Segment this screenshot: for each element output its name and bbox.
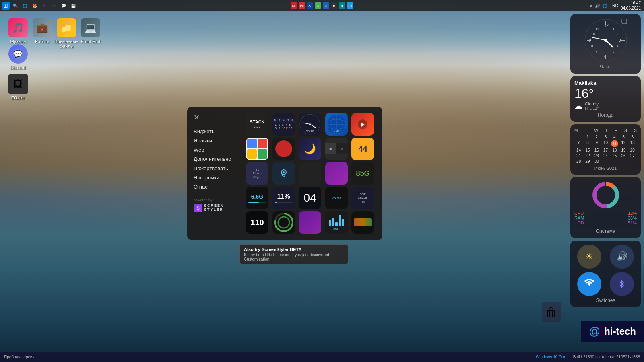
yahoo-icon[interactable]: Y xyxy=(40,2,48,10)
widget-purple2[interactable] xyxy=(299,211,321,234)
storage-bar xyxy=(248,202,259,203)
widget-num85[interactable]: 85G xyxy=(351,162,374,185)
svg-text:▶: ▶ xyxy=(361,121,365,128)
widget-digital-time[interactable]: 23:53 xyxy=(325,187,348,209)
cal-mini-header: MTWTF xyxy=(272,118,295,123)
widget-moon[interactable]: 🌙 xyxy=(299,138,321,160)
widget-steam[interactable] xyxy=(272,162,295,185)
svg-point-21 xyxy=(604,39,607,42)
bottom-left: Пробная версия xyxy=(4,355,35,359)
popup-close-button[interactable]: ✕ xyxy=(194,113,200,122)
num85-value: 85G xyxy=(356,169,369,178)
tray-chevron[interactable]: ∧ xyxy=(590,4,592,8)
browser-icon[interactable]: 🌐 xyxy=(21,2,29,10)
widget-stack[interactable]: STACK • • • xyxy=(246,113,268,136)
weather-temp: 16° xyxy=(574,86,637,101)
menu-item-about[interactable]: О нас xyxy=(194,182,242,191)
discord-taskbar-icon[interactable]: 💬 xyxy=(60,2,68,10)
wifi-btn[interactable] xyxy=(577,272,601,296)
ebateg-icon: 🖼 xyxy=(8,74,28,94)
brightness-btn[interactable]: ☀ xyxy=(577,245,601,269)
menu-item-widgets[interactable]: Виджеты xyxy=(194,127,242,136)
start-button[interactable]: ⊞ xyxy=(2,2,10,10)
widget-custom[interactable]: Your Custom Text xyxy=(351,187,374,209)
menu-item-donate[interactable]: Пожертвовать xyxy=(194,164,242,173)
stack-label: STACK xyxy=(250,119,264,124)
volume-switch[interactable]: 🔊 xyxy=(607,245,637,269)
desktop-icon-discord[interactable]: 💬 Discord xyxy=(4,44,32,70)
percent-value: 11% xyxy=(277,193,290,200)
widget-num110[interactable]: 110 xyxy=(246,211,268,234)
widget-gradient[interactable]: ▶ xyxy=(351,113,374,136)
widget-dual-grid[interactable] xyxy=(299,162,321,185)
widget-extra[interactable] xyxy=(351,211,374,234)
widget-circle-green[interactable] xyxy=(272,211,295,234)
calendar-widget: MTWTFSS 1 2 3 4 5 6 7 8 9 10 11 12 13 14… xyxy=(570,124,641,175)
widget-time04[interactable]: 04 xyxy=(299,187,321,209)
widget-world[interactable]: User xyxy=(325,113,348,136)
widget-chrome-grid[interactable] xyxy=(246,138,268,160)
styler-text: STYLER xyxy=(204,208,224,212)
trash-icon: 🗑 xyxy=(542,302,561,322)
desktop-icon-trash[interactable]: 🗑 xyxy=(537,302,566,322)
frontend-label: Front End xyxy=(81,39,100,44)
percent-bar-bg xyxy=(275,202,293,203)
menu-item-web[interactable]: Web xyxy=(194,145,242,154)
telegram-icon[interactable]: ✈ xyxy=(50,2,58,10)
widget-red-circle[interactable] xyxy=(272,138,295,160)
music-label: Музыка xyxy=(10,39,26,44)
taskbar: ⊞ 🔍 🌐 🦊 Y ✈ 💬 💾 Lc Ps Ai A A ■ ◆ Ps ∧ 🔊 … xyxy=(0,0,644,11)
custom-text: Your Custom Text xyxy=(358,192,367,203)
svg-text:5: 5 xyxy=(613,50,615,53)
svg-line-28 xyxy=(310,124,316,128)
widget-percent[interactable]: 11% xyxy=(272,187,295,209)
discord-label: Discord xyxy=(10,65,25,70)
clock-widget: 12 3 6 9 1 2 4 5 7 8 10 11 xyxy=(570,14,641,74)
bluetooth-btn[interactable] xyxy=(610,272,634,296)
build-info: Build 21390.co_release 210521-1658 xyxy=(573,355,640,359)
widget-clock-mini[interactable]: 20:30 xyxy=(299,113,321,136)
widget-text[interactable]: It's Eleven Gityeo xyxy=(246,162,268,185)
svg-text:4: 4 xyxy=(617,44,619,48)
weather-range: H°L:11° xyxy=(585,106,599,111)
svg-text:7: 7 xyxy=(595,50,597,53)
volume-btn[interactable]: 🔊 xyxy=(610,245,634,269)
explorer-icon[interactable]: 💾 xyxy=(69,2,77,10)
tooltip-popup: Also try ScreenStyler BETA It may be a l… xyxy=(239,244,348,264)
cpu-label: CPU xyxy=(574,211,584,216)
svg-text:2: 2 xyxy=(617,32,619,36)
widget-storage[interactable]: 6.6G xyxy=(246,187,268,209)
bluetooth-switch[interactable] xyxy=(607,272,637,296)
hitech-badge: @ hi-tech xyxy=(581,321,644,342)
tray-icon-teal: ◆ xyxy=(339,2,345,9)
widget-purple[interactable] xyxy=(325,162,348,185)
ram-value: 36% xyxy=(628,216,637,220)
menu-item-shortcuts[interactable]: Ярлыки xyxy=(194,136,242,145)
firefox-icon[interactable]: 🦊 xyxy=(31,2,39,10)
chrome-inner-grid xyxy=(247,139,267,159)
red-circle-shape xyxy=(275,140,292,157)
wifi-switch[interactable] xyxy=(574,272,604,296)
windows-badge: Windows 10 Pro xyxy=(536,355,565,359)
desktop-icon-ebateg[interactable]: 🖼 Ебатег xyxy=(4,74,32,100)
graph-label: 85G xyxy=(333,227,339,231)
taskbar-right: ∧ 🔊 🌐 ENG 16:47 04.06.2021 xyxy=(590,0,644,11)
menu-item-settings[interactable]: Настройки xyxy=(194,173,242,182)
widget-calendar-mini[interactable]: MTWTF 12345 89101112 xyxy=(272,113,295,136)
system-stats: CPU 12% RAM 36% HDD 51% xyxy=(574,211,637,225)
menu-item-extra[interactable]: Дополнительно xyxy=(194,154,242,164)
weather-widget-title: Погода xyxy=(574,112,637,118)
widget-graph[interactable]: 85G xyxy=(325,211,348,234)
text-widget-content: It's Eleven Gityeo xyxy=(253,168,261,179)
svg-rect-22 xyxy=(622,19,627,24)
svg-text:6: 6 xyxy=(604,54,607,59)
tray-icon-lc: Lc xyxy=(291,2,297,9)
svg-text:User: User xyxy=(333,129,339,132)
bottom-right-group: Windows 10 Pro Build 21390.co_release 21… xyxy=(536,355,640,359)
system-widget-title: Система xyxy=(596,228,615,234)
desktop-icon-frontend[interactable]: 💻 Front End xyxy=(76,18,105,44)
search-taskbar[interactable]: 🔍 xyxy=(11,2,19,10)
widget-yellow[interactable]: 44 xyxy=(351,138,374,160)
widget-photos[interactable]: ▣ ⊞ xyxy=(325,138,348,160)
brightness-switch[interactable]: ☀ xyxy=(574,245,604,269)
